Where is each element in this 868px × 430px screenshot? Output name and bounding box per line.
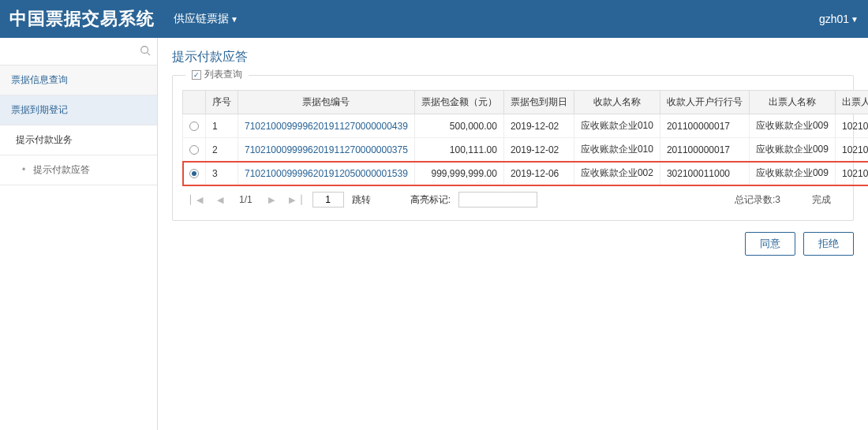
main-content: 提示付款应答 ✓ 列表查询 序号 票据包编号 票据包金额（元） 票据包到期日 收… [158,38,868,430]
col-seq: 序号 [206,91,238,114]
sidebar-search [0,38,157,65]
svg-point-0 [141,46,148,53]
cell-seq: 2 [206,138,238,162]
col-drawer: 出票人名称 [749,91,835,114]
table-row[interactable]: 27102100099996201911270000000375100,111.… [183,138,869,162]
col-payee: 收款人名称 [574,91,660,114]
cell-amount: 500,000.00 [414,114,503,138]
page-info: 1/1 [234,194,257,205]
row-radio[interactable] [189,169,199,178]
cell-seq: 3 [206,162,238,185]
cell-due: 2019-12-02 [503,138,574,162]
sidebar-item-label: 票据到期登记 [11,104,68,115]
page-number-input[interactable] [312,192,344,208]
svg-line-1 [148,52,151,55]
highlight-label: 高亮标记: [410,193,451,207]
cell-payee: 应收账款企业010 [574,114,660,138]
reject-button[interactable]: 拒绝 [803,232,854,256]
next-page-icon[interactable]: ▶ [265,195,278,205]
jump-button[interactable]: 跳转 [352,193,371,207]
action-bar: 同意 拒绝 [172,232,854,256]
cell-payee: 应收账款企业010 [574,138,660,162]
total-records: 总记录数:3 [735,193,780,207]
cell-amount: 100,111.00 [414,138,503,162]
sidebar: 票据信息查询 票据到期登记 提示付款业务 • 提示付款应答 [0,38,158,430]
row-radio[interactable] [189,145,199,155]
topnav-supplychain[interactable]: 供应链票据 ▼ [174,12,238,26]
table-row[interactable]: 37102100099996201912050000001539999,999,… [183,162,869,185]
sidebar-item-label: 提示付款业务 [16,134,73,145]
user-menu[interactable]: gzh01 ▼ [819,13,859,25]
pager: ▏◀ ◀ 1/1 ▶ ▶▕ 跳转 高亮标记: 总记录数:3 完成 [182,185,844,208]
cell-seq: 1 [206,114,238,138]
cell-payee-bank: 201100000017 [660,114,749,138]
cell-payee-bank: 201100000017 [660,138,749,162]
list-query-panel: ✓ 列表查询 序号 票据包编号 票据包金额（元） 票据包到期日 收款人名称 收款… [172,75,854,221]
cell-drawer: 应收账款企业009 [749,138,835,162]
cell-drawer-bank: 102100099996 [835,138,868,162]
col-due: 票据包到期日 [503,91,574,114]
col-drawer-bank: 出票人开户行行号 [835,91,868,114]
sidebar-item-label: 票据信息查询 [11,74,68,85]
cell-payee-bank: 302100011000 [660,162,749,185]
cell-drawer: 应收账款企业009 [749,114,835,138]
cell-pkg-link[interactable]: 7102100099996201911270000000439 [245,121,408,132]
search-input[interactable] [6,43,140,60]
cell-amount: 999,999,999.00 [414,162,503,185]
sidebar-item-label: 提示付款应答 [33,164,90,175]
data-table: 序号 票据包编号 票据包金额（元） 票据包到期日 收款人名称 收款人开户行行号 … [182,90,868,185]
chevron-down-icon: ▼ [851,15,859,24]
first-page-icon[interactable]: ▏◀ [187,195,206,205]
panel-legend-label: 列表查询 [204,68,242,81]
topnav-label: 供应链票据 [174,12,229,26]
row-radio[interactable] [189,122,199,131]
done-label: 完成 [812,193,831,207]
sidebar-item-payment-response[interactable]: • 提示付款应答 [0,155,157,185]
col-amount: 票据包金额（元） [414,91,503,114]
cell-payee: 应收账款企业002 [574,162,660,185]
last-page-icon[interactable]: ▶▕ [286,195,305,205]
page-title: 提示付款应答 [172,49,854,65]
user-name: gzh01 [819,13,849,25]
bullet-icon: • [22,164,25,175]
agree-button[interactable]: 同意 [745,232,795,256]
cell-pkg-link[interactable]: 7102100099996201912050000001539 [245,168,408,179]
col-pkg: 票据包编号 [238,91,415,114]
highlight-input[interactable] [458,192,537,208]
table-row[interactable]: 17102100099996201911270000000439500,000.… [183,114,869,138]
cell-pkg-link[interactable]: 7102100099996201911270000000375 [245,144,408,155]
sidebar-item-due-register[interactable]: 票据到期登记 [0,95,157,125]
panel-legend: ✓ 列表查询 [185,68,249,81]
brand-title: 中国票据交易系统 [9,7,155,31]
cell-due: 2019-12-06 [503,162,574,185]
col-payee-bank: 收款人开户行行号 [660,91,749,114]
topbar: 中国票据交易系统 供应链票据 ▼ gzh01 ▼ [0,0,868,38]
cell-drawer: 应收账款企业009 [749,162,835,185]
cell-drawer-bank: 102100099996 [835,114,868,138]
prev-page-icon[interactable]: ◀ [214,195,226,205]
chevron-down-icon: ▼ [230,15,238,24]
col-radio [183,91,206,114]
cell-due: 2019-12-02 [503,114,574,138]
search-icon[interactable] [140,45,151,58]
sidebar-item-payment-business[interactable]: 提示付款业务 [0,125,157,155]
sidebar-item-info-query[interactable]: 票据信息查询 [0,65,157,95]
cell-drawer-bank: 102100099996 [835,162,868,185]
checkbox-icon[interactable]: ✓ [192,70,201,80]
